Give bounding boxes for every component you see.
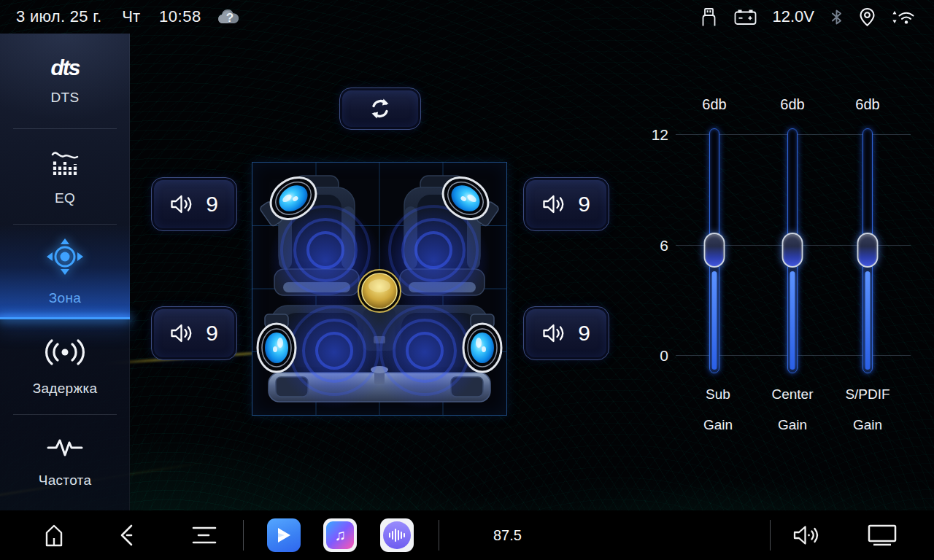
front-right-volume-button[interactable]: 9 — [523, 177, 609, 231]
sidebar-item-label: EQ — [55, 190, 75, 206]
center-gain-value: 6db — [760, 96, 825, 113]
gain-tick-label: 0 — [626, 347, 668, 365]
audio-settings-sidebar: dts DTS EQ — [0, 34, 130, 510]
gain-tick-label: 12 — [626, 126, 668, 144]
sidebar-item-eq[interactable]: EQ — [0, 129, 130, 225]
spdif-gain-label-line2: Gain — [813, 417, 922, 433]
volume-icon — [792, 524, 820, 546]
volume-value: 9 — [206, 321, 218, 346]
play-app-icon — [267, 518, 301, 552]
slider-fill — [790, 271, 795, 370]
zone-balance-map[interactable] — [252, 162, 507, 416]
status-clock: 10:58 — [159, 7, 201, 26]
voice-app[interactable] — [380, 510, 414, 560]
usb-icon — [700, 7, 718, 27]
wifi-icon — [892, 9, 915, 26]
bottom-nav-bar: ♫ 87.5 — [0, 510, 934, 560]
sidebar-item-delay[interactable]: Задержка — [0, 319, 130, 415]
spdif-gain-value: 6db — [835, 96, 900, 113]
screen-icon — [867, 524, 898, 547]
voice-app-icon — [380, 518, 414, 552]
balance-point-knob — [358, 270, 401, 312]
status-weekday: Чт — [122, 7, 140, 26]
home-icon — [41, 523, 67, 548]
frequency-wave-icon — [47, 437, 83, 462]
sidebar-item-zone[interactable]: Зона — [0, 225, 130, 320]
bluetooth-icon — [830, 9, 843, 26]
volume-value: 9 — [578, 321, 590, 346]
speaker-icon — [170, 323, 194, 343]
head-unit-screen: 3 июл. 25 г. Чт 10:58 ? — [0, 0, 934, 560]
navbar-divider — [770, 520, 771, 551]
status-bar: 3 июл. 25 г. Чт 10:58 ? — [0, 0, 934, 34]
sidebar-item-label: DTS — [51, 90, 80, 106]
navbar-divider — [439, 520, 439, 551]
volume-value: 9 — [578, 192, 590, 217]
music-app[interactable]: ♫ — [323, 510, 357, 560]
music-app-icon: ♫ — [323, 518, 357, 552]
equalizer-icon — [50, 147, 80, 179]
sidebar-item-frequency[interactable]: Частота — [0, 415, 130, 510]
radio-frequency: 87.5 — [493, 510, 522, 560]
sub-gain-value: 6db — [682, 96, 747, 113]
sidebar-item-label: Частота — [39, 472, 92, 489]
sidebar-item-label: Зона — [49, 290, 81, 306]
back-button[interactable] — [111, 510, 143, 560]
rear-left-volume-button[interactable]: 9 — [151, 306, 237, 360]
back-icon — [117, 524, 136, 547]
screen-off-button[interactable] — [865, 510, 900, 560]
navbar-divider — [243, 520, 244, 551]
video-player-app[interactable] — [267, 510, 301, 560]
home-button[interactable] — [38, 510, 70, 560]
refresh-icon — [368, 97, 392, 120]
rear-right-volume-button[interactable]: 9 — [523, 306, 609, 360]
sidebar-item-dts[interactable]: dts DTS — [0, 34, 130, 129]
car-battery-icon — [734, 9, 757, 26]
recents-button[interactable] — [188, 510, 220, 560]
zone-balance-icon — [45, 237, 85, 279]
slider-thumb[interactable] — [782, 233, 803, 268]
volume-button[interactable] — [790, 510, 822, 560]
location-icon — [859, 7, 876, 27]
gain-tick-label: 6 — [626, 237, 668, 254]
slider-fill — [712, 271, 717, 370]
sidebar-item-label: Задержка — [33, 381, 98, 397]
weather-unknown-icon: ? — [216, 7, 241, 26]
svg-text:?: ? — [225, 11, 233, 25]
battery-voltage: 12.0V — [773, 7, 815, 26]
slider-thumb[interactable] — [857, 233, 879, 268]
spdif-gain-slider[interactable] — [857, 128, 879, 373]
slider-fill — [865, 271, 871, 370]
sub-gain-slider[interactable] — [703, 128, 725, 373]
front-left-volume-button[interactable]: 9 — [151, 177, 237, 231]
speaker-icon — [542, 194, 566, 214]
speaker-icon — [170, 194, 194, 214]
menu-lines-icon — [191, 525, 217, 545]
status-date: 3 июл. 25 г. — [16, 7, 101, 26]
zone-reset-button[interactable] — [339, 88, 421, 130]
slider-thumb[interactable] — [704, 233, 725, 268]
spdif-gain-label-line1: S/PDIF — [813, 386, 922, 402]
speaker-icon — [542, 323, 566, 343]
center-gain-slider[interactable] — [781, 128, 803, 373]
volume-value: 9 — [206, 192, 218, 217]
delay-signal-icon — [45, 338, 85, 370]
dts-logo-icon: dts — [51, 57, 80, 79]
